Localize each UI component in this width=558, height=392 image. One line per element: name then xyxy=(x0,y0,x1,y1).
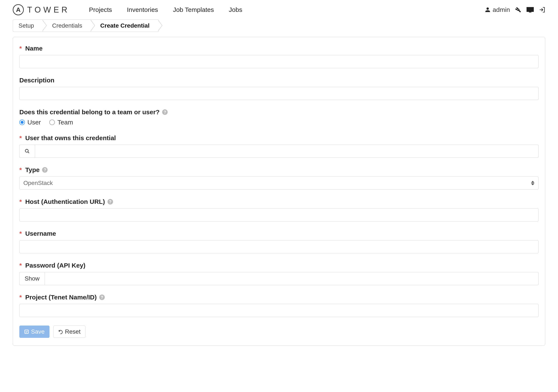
password-input[interactable] xyxy=(45,272,539,285)
breadcrumb-create-credential[interactable]: Create Credential xyxy=(91,19,158,32)
nav-projects[interactable]: Projects xyxy=(89,6,112,13)
radio-team[interactable]: Team xyxy=(49,119,73,126)
help-icon[interactable]: ? xyxy=(107,199,113,205)
project-input[interactable] xyxy=(19,304,539,317)
required-marker: * xyxy=(19,45,22,52)
name-label: Name xyxy=(25,45,43,52)
form-actions: Save Reset xyxy=(19,325,539,338)
radio-dot-icon xyxy=(19,119,25,125)
type-label: Type xyxy=(25,166,40,173)
svg-rect-1 xyxy=(529,12,531,13)
svg-rect-0 xyxy=(527,7,534,12)
owner-search-button[interactable] xyxy=(19,145,35,158)
search-icon xyxy=(25,149,30,154)
tools-icon[interactable] xyxy=(515,7,522,13)
current-user-name: admin xyxy=(493,6,510,13)
type-select[interactable]: OpenStack xyxy=(19,177,539,190)
nav-jobs[interactable]: Jobs xyxy=(229,6,242,13)
nav-job-templates[interactable]: Job Templates xyxy=(173,6,214,13)
required-marker: * xyxy=(19,134,22,142)
logo-text: TOWER xyxy=(27,5,70,14)
radio-user-label: User xyxy=(27,119,41,126)
host-input[interactable] xyxy=(19,208,539,222)
breadcrumb-credentials[interactable]: Credentials xyxy=(43,19,91,32)
required-marker: * xyxy=(19,166,22,173)
help-icon[interactable]: ? xyxy=(42,167,48,173)
form-panel: *Name Description Does this credential b… xyxy=(13,37,545,346)
radio-team-label: Team xyxy=(57,119,73,126)
field-owner: *User that owns this credential xyxy=(19,134,539,158)
radio-dot-icon xyxy=(49,119,55,125)
nav-inventories[interactable]: Inventories xyxy=(127,6,158,13)
logo[interactable]: A TOWER xyxy=(13,4,70,15)
select-caret-icon xyxy=(531,181,534,185)
breadcrumb-setup[interactable]: Setup xyxy=(13,19,43,32)
description-label: Description xyxy=(19,77,54,84)
reset-label: Reset xyxy=(65,328,80,335)
type-selected-value: OpenStack xyxy=(23,180,53,187)
topbar: A TOWER Projects Inventories Job Templat… xyxy=(0,0,558,19)
ownership-label: Does this credential belong to a team or… xyxy=(19,109,160,116)
name-input[interactable] xyxy=(19,55,539,68)
password-label: Password (API Key) xyxy=(25,262,85,269)
radio-user[interactable]: User xyxy=(19,119,41,126)
field-ownership: Does this credential belong to a team or… xyxy=(19,109,539,126)
owner-label: User that owns this credential xyxy=(25,134,116,142)
help-icon[interactable]: ? xyxy=(99,295,105,300)
save-label: Save xyxy=(31,328,45,335)
logo-mark-icon: A xyxy=(13,4,24,15)
field-description: Description xyxy=(19,77,539,100)
required-marker: * xyxy=(19,262,22,269)
reset-button[interactable]: Reset xyxy=(53,325,85,338)
description-input[interactable] xyxy=(19,87,539,100)
current-user-link[interactable]: admin xyxy=(485,6,510,13)
main-nav: Projects Inventories Job Templates Jobs xyxy=(89,6,242,13)
breadcrumb: Setup Credentials Create Credential xyxy=(13,19,558,32)
save-button[interactable]: Save xyxy=(19,325,50,338)
required-marker: * xyxy=(19,294,22,301)
field-project: * Project (Tenet Name/ID) ? xyxy=(19,294,539,317)
field-username: *Username xyxy=(19,230,539,253)
owner-input[interactable] xyxy=(35,145,539,158)
host-label: Host (Authentication URL) xyxy=(25,198,105,205)
field-password: *Password (API Key) Show xyxy=(19,262,539,285)
svg-point-2 xyxy=(25,149,28,152)
username-input[interactable] xyxy=(19,240,539,253)
required-marker: * xyxy=(19,230,22,237)
top-right: admin xyxy=(485,6,545,13)
username-label: Username xyxy=(25,230,56,237)
help-icon[interactable]: ? xyxy=(162,109,168,115)
monitor-icon[interactable] xyxy=(527,7,534,13)
logout-icon[interactable] xyxy=(539,7,545,13)
password-show-button[interactable]: Show xyxy=(19,272,45,285)
field-type: * Type ? OpenStack xyxy=(19,166,539,190)
svg-line-3 xyxy=(28,152,29,153)
field-name: *Name xyxy=(19,45,539,68)
undo-icon xyxy=(58,329,63,334)
project-label: Project (Tenet Name/ID) xyxy=(25,294,97,301)
check-icon xyxy=(24,329,29,334)
user-icon xyxy=(485,7,490,13)
field-host: * Host (Authentication URL) ? xyxy=(19,198,539,222)
required-marker: * xyxy=(19,198,22,205)
